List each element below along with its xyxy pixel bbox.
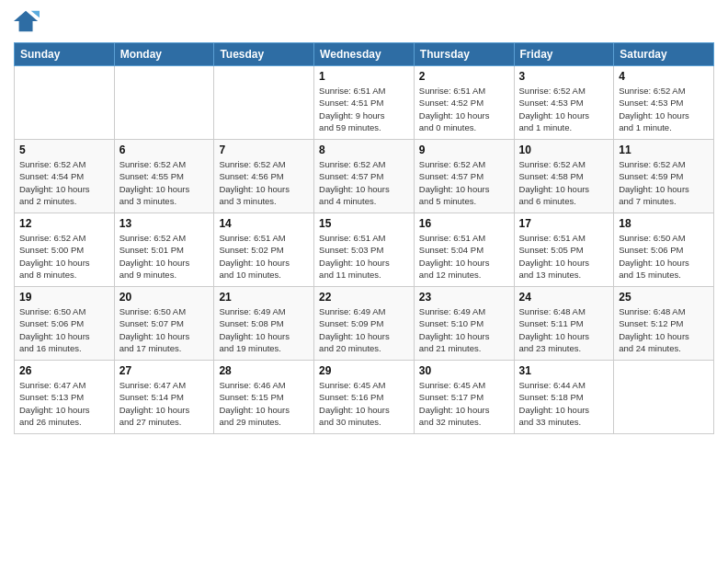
- day-number: 1: [319, 70, 409, 83]
- day-info: Sunrise: 6:52 AM Sunset: 4:57 PM Dayligh…: [319, 158, 409, 207]
- calendar-cell: 10Sunrise: 6:52 AM Sunset: 4:58 PM Dayli…: [514, 140, 614, 213]
- calendar-cell: 15Sunrise: 6:51 AM Sunset: 5:03 PM Dayli…: [314, 213, 415, 287]
- day-info: Sunrise: 6:49 AM Sunset: 5:09 PM Dayligh…: [319, 305, 409, 354]
- calendar-week-row: 26Sunrise: 6:47 AM Sunset: 5:13 PM Dayli…: [15, 361, 714, 434]
- day-info: Sunrise: 6:51 AM Sunset: 5:02 PM Dayligh…: [219, 232, 309, 281]
- day-number: 25: [619, 291, 709, 304]
- day-info: Sunrise: 6:51 AM Sunset: 5:05 PM Dayligh…: [519, 232, 609, 281]
- day-info: Sunrise: 6:45 AM Sunset: 5:16 PM Dayligh…: [319, 379, 409, 428]
- day-info: Sunrise: 6:52 AM Sunset: 4:53 PM Dayligh…: [519, 85, 609, 133]
- day-info: Sunrise: 6:52 AM Sunset: 4:59 PM Dayligh…: [619, 158, 709, 207]
- calendar-cell: 28Sunrise: 6:46 AM Sunset: 5:15 PM Dayli…: [214, 361, 314, 434]
- calendar-cell: [114, 66, 214, 140]
- day-info: Sunrise: 6:46 AM Sunset: 5:15 PM Dayligh…: [219, 379, 309, 428]
- weekday-header-monday: Monday: [114, 43, 214, 66]
- day-info: Sunrise: 6:49 AM Sunset: 5:10 PM Dayligh…: [419, 305, 509, 354]
- day-number: 13: [119, 217, 210, 230]
- day-info: Sunrise: 6:52 AM Sunset: 4:56 PM Dayligh…: [219, 158, 309, 207]
- calendar-cell: 17Sunrise: 6:51 AM Sunset: 5:05 PM Dayli…: [514, 213, 614, 287]
- day-info: Sunrise: 6:47 AM Sunset: 5:14 PM Dayligh…: [119, 379, 210, 428]
- weekday-header-sunday: Sunday: [15, 43, 115, 66]
- day-number: 31: [519, 364, 609, 377]
- calendar-cell: 2Sunrise: 6:51 AM Sunset: 4:52 PM Daylig…: [414, 66, 514, 140]
- weekday-header-row: SundayMondayTuesdayWednesdayThursdayFrid…: [15, 43, 714, 66]
- day-number: 4: [619, 70, 709, 83]
- day-number: 15: [319, 217, 409, 230]
- day-number: 7: [219, 144, 309, 156]
- calendar-cell: [15, 66, 115, 140]
- calendar-cell: 4Sunrise: 6:52 AM Sunset: 4:53 PM Daylig…: [614, 66, 714, 140]
- calendar-cell: 7Sunrise: 6:52 AM Sunset: 4:56 PM Daylig…: [214, 140, 314, 213]
- calendar-table: SundayMondayTuesdayWednesdayThursdayFrid…: [14, 42, 714, 434]
- logo: [14, 9, 43, 35]
- calendar-week-row: 19Sunrise: 6:50 AM Sunset: 5:06 PM Dayli…: [15, 287, 714, 361]
- weekday-header-friday: Friday: [514, 43, 614, 66]
- calendar-cell: 23Sunrise: 6:49 AM Sunset: 5:10 PM Dayli…: [414, 287, 514, 361]
- calendar-cell: 24Sunrise: 6:48 AM Sunset: 5:11 PM Dayli…: [514, 287, 614, 361]
- day-number: 20: [119, 291, 210, 304]
- svg-marker-0: [14, 11, 38, 31]
- calendar-cell: 18Sunrise: 6:50 AM Sunset: 5:06 PM Dayli…: [614, 213, 714, 287]
- day-info: Sunrise: 6:48 AM Sunset: 5:11 PM Dayligh…: [519, 305, 609, 354]
- calendar-week-row: 5Sunrise: 6:52 AM Sunset: 4:54 PM Daylig…: [15, 140, 714, 213]
- day-info: Sunrise: 6:51 AM Sunset: 5:03 PM Dayligh…: [319, 232, 409, 281]
- day-number: 22: [319, 291, 409, 304]
- day-number: 8: [319, 144, 409, 156]
- day-number: 23: [419, 291, 509, 304]
- day-info: Sunrise: 6:47 AM Sunset: 5:13 PM Dayligh…: [19, 379, 109, 428]
- day-number: 18: [619, 217, 709, 230]
- day-number: 11: [619, 144, 709, 156]
- day-number: 5: [19, 144, 109, 156]
- day-info: Sunrise: 6:52 AM Sunset: 4:58 PM Dayligh…: [519, 158, 609, 207]
- calendar-cell: 9Sunrise: 6:52 AM Sunset: 4:57 PM Daylig…: [414, 140, 514, 213]
- day-info: Sunrise: 6:50 AM Sunset: 5:06 PM Dayligh…: [19, 305, 109, 354]
- day-info: Sunrise: 6:52 AM Sunset: 4:57 PM Dayligh…: [419, 158, 509, 207]
- calendar-cell: 1Sunrise: 6:51 AM Sunset: 4:51 PM Daylig…: [314, 66, 415, 140]
- page-container: SundayMondayTuesdayWednesdayThursdayFrid…: [0, 0, 728, 563]
- calendar-cell: 14Sunrise: 6:51 AM Sunset: 5:02 PM Dayli…: [214, 213, 314, 287]
- day-info: Sunrise: 6:52 AM Sunset: 4:53 PM Dayligh…: [619, 85, 709, 133]
- calendar-cell: 12Sunrise: 6:52 AM Sunset: 5:00 PM Dayli…: [15, 213, 115, 287]
- day-info: Sunrise: 6:48 AM Sunset: 5:12 PM Dayligh…: [619, 305, 709, 354]
- day-number: 6: [119, 144, 210, 156]
- day-number: 28: [219, 364, 309, 377]
- day-number: 3: [519, 70, 609, 83]
- calendar-cell: 3Sunrise: 6:52 AM Sunset: 4:53 PM Daylig…: [514, 66, 614, 140]
- calendar-cell: 21Sunrise: 6:49 AM Sunset: 5:08 PM Dayli…: [214, 287, 314, 361]
- calendar-cell: 29Sunrise: 6:45 AM Sunset: 5:16 PM Dayli…: [314, 361, 415, 434]
- calendar-cell: 11Sunrise: 6:52 AM Sunset: 4:59 PM Dayli…: [614, 140, 714, 213]
- calendar-week-row: 12Sunrise: 6:52 AM Sunset: 5:00 PM Dayli…: [15, 213, 714, 287]
- day-info: Sunrise: 6:50 AM Sunset: 5:06 PM Dayligh…: [619, 232, 709, 281]
- calendar-cell: 30Sunrise: 6:45 AM Sunset: 5:17 PM Dayli…: [414, 361, 514, 434]
- header: [14, 9, 714, 35]
- calendar-cell: 19Sunrise: 6:50 AM Sunset: 5:06 PM Dayli…: [15, 287, 115, 361]
- calendar-cell: [614, 361, 714, 434]
- day-info: Sunrise: 6:52 AM Sunset: 5:00 PM Dayligh…: [19, 232, 109, 281]
- day-info: Sunrise: 6:51 AM Sunset: 5:04 PM Dayligh…: [419, 232, 509, 281]
- day-info: Sunrise: 6:51 AM Sunset: 4:52 PM Dayligh…: [419, 85, 509, 133]
- day-info: Sunrise: 6:44 AM Sunset: 5:18 PM Dayligh…: [519, 379, 609, 428]
- calendar-week-row: 1Sunrise: 6:51 AM Sunset: 4:51 PM Daylig…: [15, 66, 714, 140]
- calendar-cell: 22Sunrise: 6:49 AM Sunset: 5:09 PM Dayli…: [314, 287, 415, 361]
- day-number: 9: [419, 144, 509, 156]
- calendar-cell: 20Sunrise: 6:50 AM Sunset: 5:07 PM Dayli…: [114, 287, 214, 361]
- calendar-cell: 27Sunrise: 6:47 AM Sunset: 5:14 PM Dayli…: [114, 361, 214, 434]
- day-number: 17: [519, 217, 609, 230]
- day-number: 10: [519, 144, 609, 156]
- day-number: 29: [319, 364, 409, 377]
- day-info: Sunrise: 6:52 AM Sunset: 5:01 PM Dayligh…: [119, 232, 210, 281]
- day-number: 30: [419, 364, 509, 377]
- day-number: 21: [219, 291, 309, 304]
- day-info: Sunrise: 6:51 AM Sunset: 4:51 PM Dayligh…: [319, 85, 409, 133]
- weekday-header-wednesday: Wednesday: [314, 43, 415, 66]
- day-number: 24: [519, 291, 609, 304]
- calendar-cell: 25Sunrise: 6:48 AM Sunset: 5:12 PM Dayli…: [614, 287, 714, 361]
- day-info: Sunrise: 6:45 AM Sunset: 5:17 PM Dayligh…: [419, 379, 509, 428]
- day-info: Sunrise: 6:52 AM Sunset: 4:55 PM Dayligh…: [119, 158, 210, 207]
- weekday-header-thursday: Thursday: [414, 43, 514, 66]
- day-info: Sunrise: 6:52 AM Sunset: 4:54 PM Dayligh…: [19, 158, 109, 207]
- calendar-cell: 8Sunrise: 6:52 AM Sunset: 4:57 PM Daylig…: [314, 140, 415, 213]
- day-info: Sunrise: 6:50 AM Sunset: 5:07 PM Dayligh…: [119, 305, 210, 354]
- day-number: 12: [19, 217, 109, 230]
- calendar-cell: 5Sunrise: 6:52 AM Sunset: 4:54 PM Daylig…: [15, 140, 115, 213]
